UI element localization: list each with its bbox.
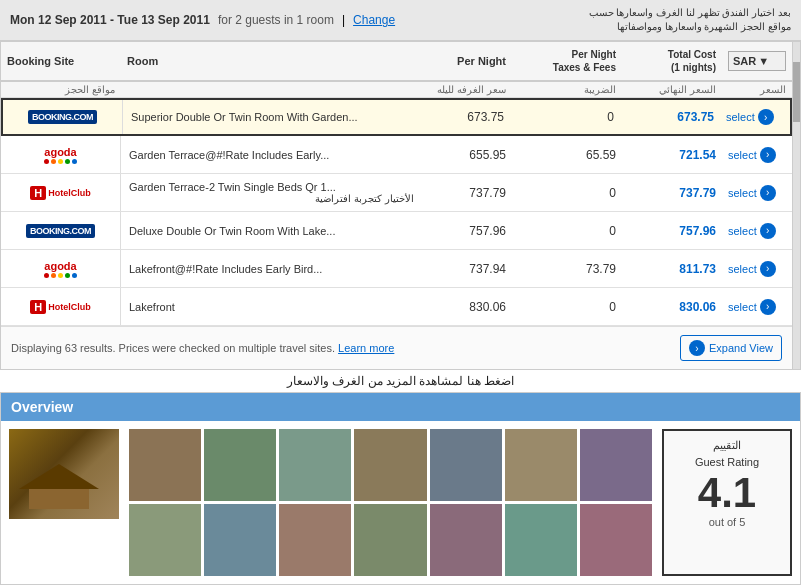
site-cell-agoda: agoda bbox=[1, 250, 121, 287]
price-cell: 737.79 bbox=[422, 182, 512, 204]
select-label: select bbox=[726, 111, 755, 123]
booking-logo: BOOKING.COM bbox=[28, 110, 97, 124]
taxes-cell: 0 bbox=[512, 296, 622, 318]
thumbnail[interactable] bbox=[204, 429, 276, 501]
rating-arabic-title: التقييم bbox=[713, 439, 741, 452]
thumbnail[interactable] bbox=[580, 504, 652, 576]
total-cell: 811.73 bbox=[622, 258, 722, 280]
select-label: select bbox=[728, 263, 757, 275]
table-row: agoda Garden Terrace@#!Rate Includes Ear… bbox=[1, 136, 792, 174]
scrollbar[interactable] bbox=[792, 42, 800, 369]
separator: | bbox=[342, 13, 345, 27]
select-cell[interactable]: select › bbox=[722, 181, 792, 205]
agoda-text: agoda bbox=[44, 146, 76, 158]
agoda-dots bbox=[44, 273, 77, 278]
hut-roof bbox=[19, 464, 99, 489]
header-per-night: Per Night bbox=[422, 54, 512, 68]
thumbnails-grid bbox=[129, 429, 652, 576]
select-cell[interactable]: select › bbox=[720, 105, 790, 129]
thumbnail[interactable] bbox=[354, 429, 426, 501]
change-link[interactable]: Change bbox=[353, 13, 395, 27]
header-total: Total Cost(1 nights) bbox=[622, 48, 722, 74]
select-arrow-icon: › bbox=[760, 147, 776, 163]
rating-value: 4.1 bbox=[698, 472, 756, 514]
learn-more-link[interactable]: Learn more bbox=[338, 342, 394, 354]
arabic-header-pernight: سعر الغرفه لليله bbox=[422, 84, 512, 95]
site-cell-booking: BOOKING.COM bbox=[1, 212, 121, 249]
select-button[interactable]: select › bbox=[728, 261, 776, 277]
agoda-dot bbox=[65, 273, 70, 278]
select-cell[interactable]: select › bbox=[722, 295, 792, 319]
select-cell[interactable]: select › bbox=[722, 257, 792, 281]
annotation-row: اضغط هنا لمشاهدة المزيد من الغرف والاسعا… bbox=[0, 370, 801, 392]
header-currency[interactable]: SAR ▼ bbox=[722, 51, 792, 71]
annotation-default: الأختيار كتجربة افتراضية bbox=[129, 193, 414, 204]
thumbnail[interactable] bbox=[279, 429, 351, 501]
select-label: select bbox=[728, 187, 757, 199]
site-cell-hotelclub: H HotelClub bbox=[1, 174, 121, 211]
agoda-text: agoda bbox=[44, 260, 76, 272]
total-cell: 757.96 bbox=[622, 220, 722, 242]
arabic-header-site: مواقع الحجز bbox=[1, 84, 121, 95]
currency-value: SAR bbox=[733, 54, 756, 68]
main-hotel-photo[interactable] bbox=[9, 429, 119, 519]
select-arrow-icon: › bbox=[760, 185, 776, 201]
room-cell: Lakefront bbox=[121, 297, 422, 317]
table-row: H HotelClub Garden Terrace-2 Twin Single… bbox=[1, 174, 792, 212]
rating-out-of: out of 5 bbox=[709, 516, 746, 528]
booking-logo: BOOKING.COM bbox=[26, 224, 95, 238]
thumbnail[interactable] bbox=[204, 504, 276, 576]
select-arrow-icon: › bbox=[758, 109, 774, 125]
table-row: BOOKING.COM Deluxe Double Or Twin Room W… bbox=[1, 212, 792, 250]
select-button[interactable]: select › bbox=[728, 147, 776, 163]
hotelclub-text: HotelClub bbox=[48, 302, 91, 312]
thumbnail[interactable] bbox=[354, 504, 426, 576]
expand-label: Expand View bbox=[709, 342, 773, 354]
room-cell: Lakefront@#!Rate Includes Early Bird... bbox=[121, 259, 422, 279]
arabic-note: بعد اختيار الفندق تظهر لنا الغرف واسعاره… bbox=[589, 6, 791, 34]
header-taxes: Per NightTaxes & Fees bbox=[512, 48, 622, 74]
top-bar: Mon 12 Sep 2011 - Tue 13 Sep 2011 for 2 … bbox=[0, 0, 801, 41]
select-cell[interactable]: select › bbox=[722, 219, 792, 243]
expand-annotation: اضغط هنا لمشاهدة المزيد من الغرف والاسعا… bbox=[287, 374, 514, 388]
currency-dropdown[interactable]: SAR ▼ bbox=[728, 51, 786, 71]
select-button[interactable]: select › bbox=[728, 185, 776, 201]
thumbnail[interactable] bbox=[279, 504, 351, 576]
agoda-logo: agoda bbox=[44, 146, 77, 164]
taxes-cell: 0 bbox=[512, 182, 622, 204]
header-booking-site: Booking Site bbox=[1, 54, 121, 68]
guest-rating-label: Guest Rating bbox=[695, 456, 759, 468]
thumbnail[interactable] bbox=[129, 429, 201, 501]
thumbnail[interactable] bbox=[505, 504, 577, 576]
thumbnail[interactable] bbox=[580, 429, 652, 501]
expand-view-button[interactable]: › Expand View bbox=[680, 335, 782, 361]
room-cell: Garden Terrace@#!Rate Includes Early... bbox=[121, 145, 422, 165]
thumbnail[interactable] bbox=[505, 429, 577, 501]
select-label: select bbox=[728, 301, 757, 313]
thumbnail[interactable] bbox=[129, 504, 201, 576]
agoda-dot bbox=[58, 159, 63, 164]
select-cell[interactable]: select › bbox=[722, 143, 792, 167]
price-cell: 655.95 bbox=[422, 144, 512, 166]
overview-title: Overview bbox=[11, 399, 73, 415]
total-cell: 721.54 bbox=[622, 144, 722, 166]
arabic-header-room bbox=[121, 84, 422, 95]
table-row: BOOKING.COM Superior Double Or Twin Room… bbox=[1, 98, 792, 136]
table-header: Booking Site Room Per Night Per NightTax… bbox=[1, 42, 792, 82]
hotelclub-logo: H HotelClub bbox=[30, 186, 90, 200]
guests-info: for 2 guests in 1 room bbox=[218, 13, 334, 27]
hotelclub-logo: H HotelClub bbox=[30, 300, 90, 314]
select-button[interactable]: select › bbox=[728, 223, 776, 239]
footer-results: Displaying 63 results. Prices were check… bbox=[11, 342, 335, 354]
select-button[interactable]: select › bbox=[728, 299, 776, 315]
thumbnail[interactable] bbox=[430, 429, 502, 501]
select-button[interactable]: select › bbox=[726, 109, 774, 125]
scroll-thumb[interactable] bbox=[793, 62, 800, 122]
agoda-dots bbox=[44, 159, 77, 164]
agoda-dot bbox=[51, 159, 56, 164]
site-cell-agoda: agoda bbox=[1, 136, 121, 173]
table-row: H HotelClub Lakefront 830.06 0 830.06 se… bbox=[1, 288, 792, 326]
date-range: Mon 12 Sep 2011 - Tue 13 Sep 2011 bbox=[10, 13, 210, 27]
thumbnail[interactable] bbox=[430, 504, 502, 576]
agoda-dot bbox=[44, 273, 49, 278]
